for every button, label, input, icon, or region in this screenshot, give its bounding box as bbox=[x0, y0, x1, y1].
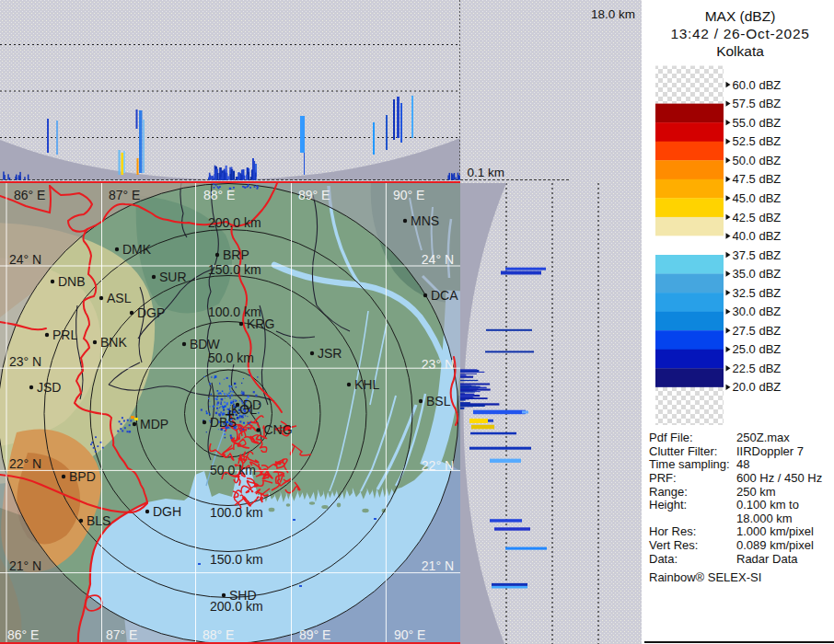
svg-text:200.0 km: 200.0 km bbox=[210, 599, 263, 614]
svg-text:0.100 km to: 0.100 km to bbox=[736, 498, 799, 512]
svg-text:21° N: 21° N bbox=[422, 558, 454, 573]
svg-text:23° N: 23° N bbox=[9, 354, 41, 369]
svg-text:100.0 km: 100.0 km bbox=[208, 305, 261, 319]
svg-text:BNK: BNK bbox=[100, 335, 127, 350]
svg-text:PRF:: PRF: bbox=[649, 471, 677, 485]
svg-text:23° N: 23° N bbox=[422, 357, 454, 372]
svg-text:18.000 km: 18.000 km bbox=[736, 512, 793, 525]
svg-text:BLS: BLS bbox=[87, 513, 110, 528]
svg-text:CNG: CNG bbox=[264, 422, 293, 437]
svg-text:MNS: MNS bbox=[411, 213, 439, 228]
svg-text:86° E: 86° E bbox=[7, 627, 39, 642]
svg-text:90° E: 90° E bbox=[394, 627, 425, 642]
svg-text:48: 48 bbox=[736, 457, 749, 471]
svg-text:27.5 dBZ: 27.5 dBZ bbox=[733, 324, 782, 338]
svg-text:40.0 dBZ: 40.0 dBZ bbox=[733, 229, 782, 243]
svg-text:150.0 km: 150.0 km bbox=[210, 552, 263, 567]
svg-text:MDP: MDP bbox=[140, 417, 168, 431]
svg-text:DNB: DNB bbox=[58, 274, 86, 289]
svg-text:BSL: BSL bbox=[426, 394, 451, 408]
svg-text:ASL: ASL bbox=[107, 291, 132, 305]
svg-text:Radar Data: Radar Data bbox=[736, 552, 798, 566]
svg-text:1.000 km/pixel: 1.000 km/pixel bbox=[736, 524, 814, 538]
svg-text:DCA: DCA bbox=[431, 288, 458, 303]
svg-text:57.5 dBZ: 57.5 dBZ bbox=[733, 97, 782, 110]
svg-text:30.0 dBZ: 30.0 dBZ bbox=[733, 305, 782, 318]
svg-text:22° N: 22° N bbox=[422, 458, 454, 473]
svg-text:200.0 km: 200.0 km bbox=[208, 215, 261, 230]
svg-text:0.1 km: 0.1 km bbox=[468, 166, 505, 179]
svg-text:50.0 km: 50.0 km bbox=[210, 463, 256, 477]
svg-text:20.0 dBZ: 20.0 dBZ bbox=[733, 380, 782, 394]
svg-text:BDW: BDW bbox=[190, 337, 220, 351]
svg-text:KOL: KOL bbox=[231, 402, 257, 417]
svg-text:Data:: Data: bbox=[649, 552, 678, 566]
svg-text:55.0 dBZ: 55.0 dBZ bbox=[733, 116, 782, 130]
svg-text:87° E: 87° E bbox=[106, 627, 137, 642]
svg-text:0.089 km/pixel: 0.089 km/pixel bbox=[736, 538, 814, 552]
svg-text:100.0 km: 100.0 km bbox=[210, 505, 263, 520]
svg-text:89° E: 89° E bbox=[299, 627, 330, 642]
svg-text:24° N: 24° N bbox=[422, 252, 454, 267]
svg-text:35.0 dBZ: 35.0 dBZ bbox=[733, 267, 782, 281]
svg-text:KHL: KHL bbox=[354, 377, 379, 392]
svg-text:50.0 dBZ: 50.0 dBZ bbox=[733, 154, 782, 167]
svg-text:32.5 dBZ: 32.5 dBZ bbox=[733, 286, 782, 300]
svg-text:13:42 / 26-Oct-2025: 13:42 / 26-Oct-2025 bbox=[670, 26, 809, 41]
svg-text:Rainbow® SELEX-SI: Rainbow® SELEX-SI bbox=[649, 570, 761, 584]
svg-text:Vert Res:: Vert Res: bbox=[649, 538, 698, 552]
svg-text:Time sampling:: Time sampling: bbox=[649, 457, 730, 471]
svg-text:250 km: 250 km bbox=[736, 485, 776, 499]
svg-text:50.0 km: 50.0 km bbox=[208, 351, 254, 365]
svg-text:37.5 dBZ: 37.5 dBZ bbox=[733, 248, 782, 262]
svg-text:Kolkata: Kolkata bbox=[716, 43, 764, 59]
svg-text:86° E: 86° E bbox=[14, 188, 45, 202]
svg-text:21° N: 21° N bbox=[9, 558, 41, 573]
svg-text:DGP: DGP bbox=[137, 305, 165, 320]
svg-text:DGH: DGH bbox=[153, 504, 181, 519]
svg-text:JSD: JSD bbox=[37, 380, 61, 395]
svg-text:SUR: SUR bbox=[159, 270, 187, 284]
svg-text:Clutter Filter:: Clutter Filter: bbox=[649, 444, 717, 458]
svg-text:PRL: PRL bbox=[52, 328, 77, 342]
svg-text:150.0 km: 150.0 km bbox=[208, 262, 261, 277]
svg-text:MAX (dBZ): MAX (dBZ) bbox=[705, 8, 776, 24]
svg-text:Hor Res:: Hor Res: bbox=[649, 524, 696, 538]
svg-text:BRP: BRP bbox=[223, 247, 249, 262]
svg-text:42.5 dBZ: 42.5 dBZ bbox=[733, 211, 782, 224]
svg-text:25.0 dBZ: 25.0 dBZ bbox=[733, 342, 782, 356]
svg-text:DMK: DMK bbox=[122, 242, 152, 257]
svg-text:22° N: 22° N bbox=[9, 456, 41, 471]
svg-text:Height:: Height: bbox=[649, 498, 687, 512]
svg-text:18.0 km: 18.0 km bbox=[591, 7, 635, 21]
svg-text:250Z.max: 250Z.max bbox=[736, 431, 790, 444]
svg-text:IIRDoppler 7: IIRDoppler 7 bbox=[736, 444, 804, 458]
svg-text:Pdf File:: Pdf File: bbox=[649, 431, 693, 444]
svg-text:JSR: JSR bbox=[318, 346, 342, 361]
svg-text:88° E: 88° E bbox=[203, 188, 235, 202]
svg-text:89° E: 89° E bbox=[298, 188, 330, 202]
svg-text:52.5 dBZ: 52.5 dBZ bbox=[733, 134, 782, 148]
svg-text:90° E: 90° E bbox=[393, 188, 424, 202]
svg-text:22.5 dBZ: 22.5 dBZ bbox=[733, 362, 782, 375]
svg-text:Range:: Range: bbox=[649, 485, 688, 499]
svg-text:47.5 dBZ: 47.5 dBZ bbox=[733, 172, 782, 186]
svg-text:600 Hz / 450 Hz: 600 Hz / 450 Hz bbox=[736, 471, 822, 485]
svg-text:45.0 dBZ: 45.0 dBZ bbox=[733, 191, 782, 205]
svg-text:24° N: 24° N bbox=[9, 252, 41, 267]
svg-text:60.0 dBZ: 60.0 dBZ bbox=[733, 78, 782, 92]
svg-text:87° E: 87° E bbox=[109, 188, 140, 202]
svg-text:BPD: BPD bbox=[69, 469, 96, 484]
svg-text:88° E: 88° E bbox=[203, 627, 234, 642]
